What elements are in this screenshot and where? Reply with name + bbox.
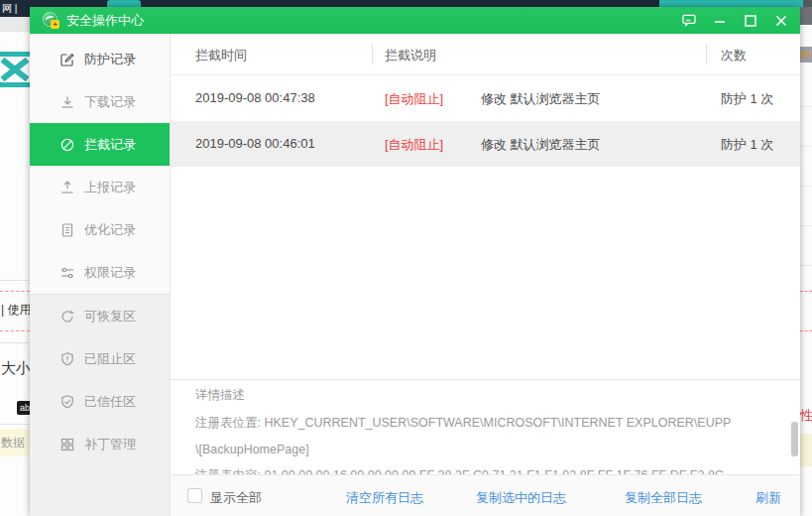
restore-refresh-icon — [59, 309, 75, 324]
background-usage-text: | 使用 — [1, 302, 30, 319]
sidebar-item-label: 已阻止区 — [84, 350, 136, 368]
background-browser-tab — [107, 0, 141, 7]
background-dark-block — [800, 7, 812, 25]
table-row[interactable]: 2019-09-08 00:47:38 [自动阻止] 修改 默认浏览器主页 防护… — [171, 75, 800, 121]
cell-time: 2019-09-08 00:47:38 — [195, 90, 315, 105]
shield-exclaim-icon — [59, 351, 75, 367]
background-data-text: 数据 — [1, 435, 30, 452]
upload-icon — [59, 180, 75, 195]
column-header-desc: 拦截说明 — [385, 47, 436, 64]
sidebar-item-label: 已信任区 — [84, 393, 136, 411]
sidebar-item-block-log[interactable]: 拦截记录 — [30, 123, 170, 166]
sidebar-item-recoverable-zone[interactable]: 可恢复区 — [30, 295, 170, 337]
sidebar-item-trusted-zone[interactable]: 已信任区 — [30, 380, 170, 423]
sidebar-item-label: 补丁管理 — [84, 436, 136, 453]
minimize-button[interactable] — [713, 14, 727, 28]
background-x-logo — [0, 52, 30, 87]
block-icon — [59, 137, 75, 153]
sidebar-item-label: 下载记录 — [84, 93, 136, 111]
background-red-dashed-line — [800, 330, 812, 331]
cell-desc: 修改 默认浏览器主页 — [481, 136, 601, 154]
background-red-dashed-line — [0, 291, 30, 292]
background-red-char: 性 — [800, 407, 812, 423]
sidebar-item-download-log[interactable]: 下载记录 — [30, 80, 170, 123]
optimize-list-icon — [59, 222, 75, 238]
close-button[interactable] — [774, 14, 788, 28]
column-divider — [706, 45, 707, 64]
maximize-button[interactable] — [744, 14, 757, 28]
background-highlight-row — [800, 434, 812, 466]
column-header-time: 拦截时间 — [195, 47, 247, 64]
sidebar-item-label: 权限记录 — [84, 264, 136, 282]
detail-panel: 详情描述 注册表位置: HKEY_CURRENT_USER\SOFTWARE\M… — [171, 379, 800, 474]
sidebar-item-blocked-zone[interactable]: 已阻止区 — [30, 337, 170, 380]
detail-registry-key: \[BackupHomePage] — [195, 443, 309, 456]
shield-check-icon — [59, 394, 75, 410]
background-size-text: 大小 — [1, 359, 30, 378]
column-divider — [372, 45, 373, 64]
detail-registry-location: 注册表位置: HKEY_CURRENT_USER\SOFTWARE\MICROS… — [195, 415, 731, 432]
permission-sliders-icon — [59, 265, 75, 281]
background-count-badge: 30 — [800, 47, 812, 63]
cell-action-tag: [自动阻止] — [385, 90, 443, 108]
cell-count: 防护 1 次 — [721, 136, 773, 154]
sidebar-item-label: 优化记录 — [84, 221, 136, 239]
background-red-dashed-line — [800, 291, 812, 292]
window-title: 安全操作中心 — [66, 12, 144, 30]
sidebar-item-label: 上报记录 — [84, 179, 136, 196]
background-page-right-strip: 30 性 — [800, 7, 812, 516]
sidebar-item-protection-log[interactable]: 防护记录 — [30, 38, 170, 80]
sidebar-item-permission-log[interactable]: 权限记录 — [30, 251, 170, 294]
log-panel: 拦截时间 拦截说明 次数 2019-09-08 00:47:38 [自动阻止] … — [171, 34, 800, 516]
patch-grid-icon — [59, 437, 75, 452]
detail-title: 详情描述 — [195, 387, 245, 404]
background-corner — [803, 0, 812, 7]
table-row-selected[interactable]: 2019-09-08 00:46:01 [自动阻止] 修改 默认浏览器主页 防护… — [171, 121, 800, 167]
sidebar-item-label: 可恢复区 — [84, 308, 136, 325]
table-header: 拦截时间 拦截说明 次数 — [171, 34, 800, 75]
show-all-checkbox[interactable] — [187, 488, 202, 503]
copy-selected-logs-link[interactable]: 复制选中的日志 — [476, 489, 566, 507]
feedback-icon[interactable] — [682, 14, 696, 28]
refresh-link[interactable]: 刷新 — [755, 489, 781, 507]
footer-bar: 显示全部 清空所有日志 复制选中的日志 复制全部日志 刷新 — [171, 474, 800, 516]
detail-registry-content: 注册表内容: 01 00 00 00 16 00 00 00 09 FF 38 … — [195, 467, 724, 474]
app-logo-icon: + — [43, 12, 59, 29]
clear-all-logs-link[interactable]: 清空所有日志 — [346, 489, 423, 507]
background-toolbar-fragment — [0, 17, 30, 32]
sidebar-item-report-log[interactable]: 上报记录 — [30, 166, 170, 208]
edit-record-icon — [59, 52, 75, 67]
column-header-count: 次数 — [721, 47, 747, 64]
cell-count: 防护 1 次 — [721, 90, 773, 108]
cell-action-tag: [自动阻止] — [385, 136, 443, 154]
cell-desc: 修改 默认浏览器主页 — [481, 90, 601, 108]
sidebar-item-optimize-log[interactable]: 优化记录 — [30, 208, 170, 251]
background-page-left-strip: 网 | | 使用 大小 ab 数据 — [0, 0, 30, 516]
background-browser-topbar — [0, 0, 812, 7]
security-center-window: + 安全操作中心 防护记录 — [30, 7, 800, 516]
detail-scrollbar-thumb[interactable] — [791, 422, 798, 456]
titlebar[interactable]: + 安全操作中心 — [30, 7, 800, 34]
copy-all-logs-link[interactable]: 复制全部日志 — [625, 489, 702, 507]
background-browser-tab — [659, 0, 803, 7]
background-tab-text: 网 | — [0, 0, 30, 17]
cell-time: 2019-09-08 00:46:01 — [195, 136, 315, 151]
sidebar-item-label: 拦截记录 — [84, 136, 136, 154]
sidebar: 防护记录 下载记录 拦截记录 上报记录 — [30, 34, 171, 516]
background-red-dashed-line — [0, 330, 30, 331]
sidebar-item-patch-manage[interactable]: 补丁管理 — [30, 423, 170, 465]
sidebar-item-label: 防护记录 — [84, 51, 136, 68]
show-all-label: 显示全部 — [210, 489, 262, 507]
sidebar-zone-group: 可恢复区 已阻止区 已信任区 — [30, 295, 170, 516]
download-icon — [59, 94, 75, 110]
